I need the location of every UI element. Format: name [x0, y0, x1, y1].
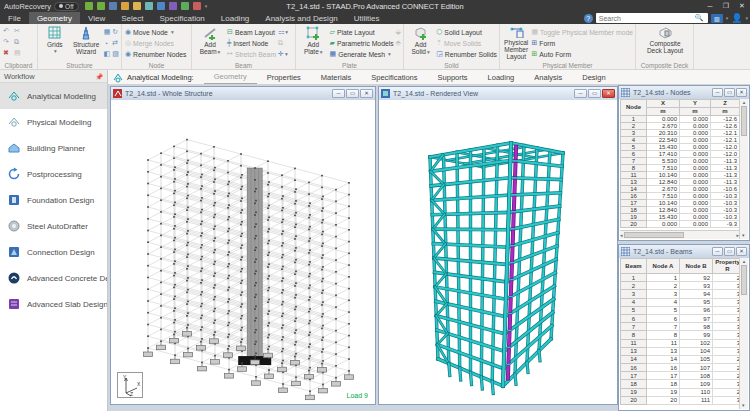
tab-specifications[interactable]: Specifications [361, 70, 427, 84]
folder-icon[interactable] [133, 2, 141, 10]
table-row[interactable]: 515.4300.000-12.0 [621, 144, 740, 151]
table-row[interactable]: 142.6700.000-10.6 [621, 186, 740, 193]
form-button[interactable]: ⊞Form [531, 38, 633, 48]
connect-beams-icon[interactable]: ⚏▾ [278, 27, 288, 37]
tab-supports[interactable]: Supports [428, 70, 478, 84]
renumber-plates-icon[interactable]: ⬘ [396, 38, 401, 48]
copy-icon[interactable]: ↷ [3, 37, 9, 47]
table-row[interactable]: 1312.8400.000-11.3 [621, 179, 740, 186]
menu-tab-utilities[interactable]: Utilities [346, 12, 388, 24]
table-row[interactable]: 1710.1400.000-10.3 [621, 200, 740, 207]
tab-geometry[interactable]: Geometry [204, 70, 257, 84]
table-row[interactable]: 10.0000.000-12.6 [621, 116, 740, 123]
table-row[interactable]: 55963 [621, 306, 740, 314]
nodes-minimize-button[interactable]: ─ [712, 88, 723, 97]
menu-tab-geometry[interactable]: Geometry [29, 12, 80, 24]
renumber-beams-icon[interactable]: ✛▾ [278, 49, 288, 59]
menu-tab-loading[interactable]: Loading [213, 12, 257, 24]
mirror-icon[interactable]: ◧ [104, 49, 111, 59]
table-row[interactable]: 1812.8400.000-10.3 [621, 207, 740, 214]
table-row[interactable]: 11922 [621, 274, 740, 282]
move-plates-icon[interactable]: ⬙ [396, 27, 401, 37]
help-icon[interactable]: ? [584, 14, 593, 23]
table-row[interactable]: 167.5100.000-10.3 [621, 193, 740, 200]
paste-icon[interactable]: ↶ [3, 26, 9, 36]
tab-properties[interactable]: Properties [257, 70, 311, 84]
add-solid-button[interactable]: AddSolid▾ [407, 26, 434, 60]
close-button[interactable]: ✕ [734, 0, 750, 12]
generate-mesh-button[interactable]: ▦Generate Mesh▾ [330, 49, 394, 59]
table-row[interactable]: 13131043 [621, 347, 740, 355]
beams-titlebar[interactable]: T2_14.std - Beams ─ ▭ ✕ [619, 245, 749, 258]
table-row[interactable]: 14141052 [621, 355, 740, 363]
table-row[interactable]: 1110.1400.000-11.3 [621, 172, 740, 179]
nodes-vertical-scrollbar[interactable]: ▴▾ [739, 99, 748, 239]
paste-special-icon[interactable]: ▤ [14, 48, 21, 58]
workflow-item-advanced-slab-design[interactable]: Advanced Slab Design [0, 291, 107, 317]
services-caret-icon[interactable]: ▾ [726, 15, 729, 21]
tab-materials[interactable]: Materials [311, 70, 361, 84]
table-row[interactable]: 44953 [621, 298, 740, 306]
move-structure-icon[interactable]: ⇄ [112, 38, 119, 48]
table-row[interactable]: 11111023 [621, 339, 740, 347]
circular-repeat-icon[interactable]: ◔ [104, 38, 111, 48]
merge-beams-icon[interactable]: ⧉ [278, 38, 288, 48]
view-close-button[interactable]: ✕ [360, 89, 373, 98]
toggle-physical-member-mode-button[interactable]: ▦Toggle Physical Member mode [531, 27, 633, 37]
table-row[interactable]: 75.5300.000-11.3 [621, 158, 740, 165]
table-row[interactable]: 33943 [621, 290, 740, 298]
translational-repeat-icon[interactable]: ▦ [104, 27, 111, 37]
parametric-models-button[interactable]: ▰Parametric Models [330, 38, 394, 48]
table-row[interactable]: 88993 [621, 331, 740, 339]
view-minimize-button[interactable]: ─ [332, 89, 345, 98]
nodes-titlebar[interactable]: T2_14.std - Nodes ─ ▭ ✕ [619, 86, 749, 99]
beams-maximize-button[interactable]: ▭ [724, 247, 735, 256]
tab-design[interactable]: Design [572, 70, 615, 84]
beam-layout-button[interactable]: ⊟Beam Layout [227, 27, 276, 37]
rendered-canvas[interactable] [380, 100, 616, 403]
redo-icon[interactable] [97, 2, 105, 10]
table-row[interactable]: 422.5400.000-12.1 [621, 137, 740, 144]
table-row[interactable]: 22933 [621, 282, 740, 290]
solid-layout-button[interactable]: ⬡Solid Layout [436, 27, 497, 37]
workflow-item-connection-design[interactable]: Connection Design [0, 239, 107, 265]
account-caret-icon[interactable]: ▾ [745, 15, 748, 21]
plate-layout-button[interactable]: ▱Plate Layout [330, 27, 394, 37]
nodes-maximize-button[interactable]: ▭ [724, 88, 735, 97]
add-beam-button[interactable]: AddBeam▾ [195, 26, 225, 60]
open-folder-icon[interactable] [121, 2, 129, 10]
merge-nodes-button[interactable]: ◎Merge Nodes [125, 38, 189, 48]
table-row[interactable]: 617.4100.000-12.0 [621, 151, 740, 158]
table-row[interactable]: 320.3100.000-12.1 [621, 130, 740, 137]
search-icon[interactable]: 🔍 [695, 14, 704, 22]
table-row[interactable]: 1915.4300.000-10.3 [621, 214, 740, 221]
menu-tab-analysis-and-design[interactable]: Analysis and Design [257, 12, 345, 24]
rendered-view-titlebar[interactable]: T2_14.std - Rendered View ─ ▭ ✕ [379, 87, 617, 100]
table-row[interactable]: 18181093 [621, 380, 740, 388]
table-row[interactable]: 16161072 [621, 364, 740, 372]
cube-icon[interactable] [145, 2, 153, 10]
beams-minimize-button[interactable]: ─ [712, 247, 723, 256]
chart-icon[interactable] [169, 2, 177, 10]
workflow-item-physical-modeling[interactable]: Physical Modeling [0, 109, 107, 135]
render-close-button[interactable]: ✕ [602, 89, 615, 98]
workflow-item-analytical-modeling[interactable]: Analytical Modeling [0, 83, 107, 109]
undo-icon[interactable] [85, 2, 93, 10]
minimize-button[interactable]: ─ [702, 0, 718, 12]
nodes-horizontal-scrollbar[interactable]: ◂▸ [620, 230, 739, 239]
menu-tab-view[interactable]: View [80, 12, 113, 24]
workflow-item-postprocessing[interactable]: Postprocessing [0, 161, 107, 187]
report-icon[interactable] [193, 2, 201, 10]
structure-wizard-button[interactable]: StructureWizard [71, 26, 102, 60]
physical-member-layout-button[interactable]: PhysicalMember Layout [503, 26, 529, 60]
save-icon[interactable] [109, 2, 117, 10]
account-icon[interactable]: 👤 [731, 14, 742, 23]
workflow-item-building-planner[interactable]: Building Planner [0, 135, 107, 161]
drop-icon[interactable] [157, 2, 165, 10]
table-icon[interactable] [181, 2, 189, 10]
grids-button[interactable]: Grids▾ [41, 26, 69, 60]
table-row[interactable]: 77983 [621, 323, 740, 331]
beams-close-button[interactable]: ✕ [736, 247, 747, 256]
render-minimize-button[interactable]: ─ [574, 89, 587, 98]
renumber-nodes-button[interactable]: ◉Renumber Nodes [125, 49, 189, 59]
